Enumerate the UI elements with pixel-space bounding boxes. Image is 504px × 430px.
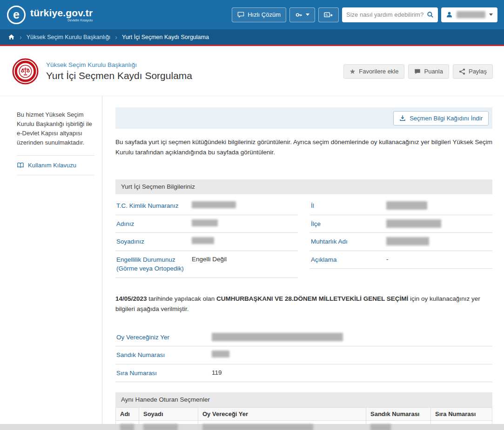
voter-info-section-title: Yurt İçi Seçmen Bilgileriniz — [115, 179, 492, 194]
redacted-value — [370, 424, 391, 430]
column-header-soyadi: Soyadı — [139, 408, 198, 421]
chevron-down-icon — [306, 13, 309, 16]
share-icon — [459, 68, 465, 75]
intro-text: Bu sayfada yurt içi seçmen kütüğündeki b… — [115, 137, 492, 157]
services-button[interactable] — [318, 7, 339, 22]
field-row-il: İl — [310, 197, 492, 215]
page-title: Yurt İçi Seçmen Kaydı Sorgulama — [46, 70, 192, 81]
download-label: Seçmen Bilgi Kağıdını İndir — [410, 115, 483, 122]
user-icon — [446, 11, 453, 18]
star-icon: ★ — [349, 68, 356, 75]
column-header-oy-verecegi-yer: Oy Vereceği Yer — [198, 408, 366, 421]
breadcrumb-item-agency[interactable]: Yüksek Seçim Kurulu Başkanlığı — [27, 34, 111, 40]
field-label: İl — [311, 201, 386, 211]
user-menu-button[interactable] — [441, 7, 497, 22]
field-row-muhtarlik: Muhtarlık Adı — [310, 233, 492, 251]
share-label: Paylaş — [469, 68, 487, 75]
election-note-middle: tarihinde yapılacak olan — [147, 295, 216, 302]
manual-link[interactable]: Kullanım Kılavuzu — [17, 155, 94, 175]
home-icon[interactable] — [8, 33, 15, 40]
chevron-down-icon — [489, 13, 493, 16]
page-titles: Yüksek Seçim Kurulu Başkanlığı Yurt İçi … — [46, 61, 192, 81]
election-date: 14/05/2023 — [115, 295, 147, 302]
breadcrumb: › Yüksek Seçim Kurulu Başkanlığı › Yurt … — [0, 29, 504, 45]
search-input[interactable] — [346, 11, 424, 18]
top-bar: e türkiye.gov.tr Devletin Kısayolu Hızlı… — [0, 0, 504, 29]
voter-info-fields: T.C. Kimlik Numaranız Adınız Soyadınız E… — [115, 197, 492, 278]
column-header-sandik-numarasi: Sandık Numarası — [366, 408, 431, 421]
redacted-value — [386, 201, 427, 210]
field-label: T.C. Kimlik Numaranız — [116, 201, 192, 211]
redacted-value — [212, 333, 343, 341]
field-label: Muhtarlık Adı — [311, 237, 386, 246]
redacted-value — [202, 424, 313, 430]
redacted-value — [192, 237, 214, 244]
page-actions: ★ Favorilere ekle Puanla Paylaş — [343, 64, 493, 79]
field-label: Açıklama — [311, 255, 386, 265]
page-header: Yüksek Seçim Kurulu Başkanlığı Yurt İçi … — [0, 46, 504, 96]
agency-name: Yüksek Seçim Kurulu Başkanlığı — [46, 61, 192, 68]
field-label: Engellilik Durumunuz (Görme veya Ortoped… — [116, 255, 192, 273]
redacted-value — [386, 237, 429, 245]
field-value: Engelli Değil — [192, 255, 227, 263]
topbar-actions: Hızlı Çözüm — [232, 7, 497, 22]
rate-label: Puanla — [424, 68, 443, 75]
key-icon — [295, 11, 302, 19]
quick-solution-label: Hızlı Çözüm — [248, 11, 281, 18]
ysk-emblem — [12, 58, 39, 85]
body: Bu hizmet Yüksek Seçim Kurulu Başkanlığı… — [0, 96, 504, 424]
field-label: Soyadınız — [116, 237, 192, 246]
info-bar: Seçmen Bilgi Kağıdını İndir — [115, 107, 492, 129]
field-label: Sandık Numarası — [116, 351, 212, 360]
logo-text: türkiye.gov.tr Devletin Kısayolu — [30, 8, 93, 22]
field-label: Adınız — [116, 219, 192, 229]
fields-right-column: İl İlçe Muhtarlık Adı Açıklama - — [310, 197, 492, 278]
main-content: Seçmen Bilgi Kağıdını İndir Bu sayfada y… — [102, 96, 504, 424]
id-card-star-icon — [324, 11, 333, 19]
logo-title: türkiye.gov.tr — [30, 7, 93, 18]
download-icon — [399, 115, 406, 121]
sidebar: Bu hizmet Yüksek Seçim Kurulu Başkanlığı… — [0, 96, 102, 424]
field-row-sira-numarasi: Sıra Numarası 119 — [115, 364, 492, 383]
svg-text:e: e — [13, 8, 20, 21]
redacted-value — [386, 219, 441, 228]
election-note: 14/05/2023 tarihinde yapılacak olan CUMH… — [115, 294, 492, 315]
field-row-aciklama: Açıklama - — [310, 251, 492, 269]
field-label: Oy Vereceğiniz Yer — [116, 333, 212, 342]
page: e türkiye.gov.tr Devletin Kısayolu Hızlı… — [0, 0, 504, 430]
election-name: CUMHURBAŞKANI VE 28.DÖNEM MİLLETVEKİLİ G… — [216, 295, 408, 302]
breadcrumb-separator: › — [20, 34, 22, 40]
user-name-redacted — [457, 11, 485, 18]
share-button[interactable]: Paylaş — [453, 64, 493, 79]
field-row-soyadiniz: Soyadınız — [115, 233, 298, 251]
redacted-value — [120, 424, 134, 430]
field-row-adiniz: Adınız — [115, 215, 298, 233]
breadcrumb-item-current: Yurt İçi Seçmen Kaydı Sorgulama — [122, 34, 209, 40]
redacted-value — [192, 201, 236, 208]
key-menu-button[interactable] — [289, 7, 315, 22]
field-label: İlçe — [311, 219, 386, 229]
polling-fields: Oy Vereceğiniz Yer Sandık Numarası Sıra … — [115, 329, 492, 383]
book-icon — [17, 162, 24, 169]
add-favorite-button[interactable]: ★ Favorilere ekle — [343, 64, 405, 79]
field-row-oy-verecek-yer: Oy Vereceğiniz Yer — [115, 329, 492, 347]
search-icon[interactable] — [427, 11, 434, 18]
manual-link-label: Kullanım Kılavuzu — [28, 162, 76, 169]
column-header-adi: Adı — [116, 408, 139, 421]
quick-solution-button[interactable]: Hızlı Çözüm — [232, 7, 286, 22]
column-header-sira-numarasi: Sıra Numarası — [431, 408, 492, 421]
rate-button[interactable]: Puanla — [408, 64, 449, 79]
field-label: Sıra Numarası — [116, 369, 212, 378]
field-value: 119 — [212, 369, 222, 376]
search-box — [342, 7, 438, 22]
edevlet-logo[interactable]: e türkiye.gov.tr Devletin Kısayolu — [7, 5, 93, 25]
service-note: Bu hizmet Yüksek Seçim Kurulu Başkanlığı… — [17, 110, 94, 148]
field-row-engellilik: Engellilik Durumunuz (Görme veya Ortoped… — [115, 251, 298, 278]
redacted-value — [192, 219, 218, 226]
field-value: - — [386, 255, 389, 263]
speech-bubble-icon — [237, 11, 244, 18]
comment-icon — [414, 68, 421, 75]
logo-subtitle: Devletin Kısayolu — [30, 19, 93, 22]
household-section-title: Aynı Hanede Oturan Seçmenler — [115, 392, 492, 407]
download-voter-card-button[interactable]: Seçmen Bilgi Kağıdını İndir — [393, 111, 489, 126]
